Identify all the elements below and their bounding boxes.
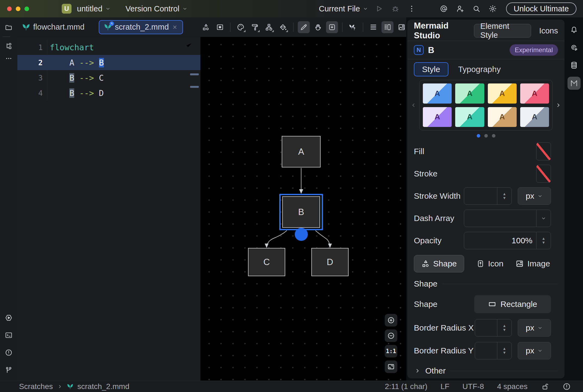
ai-assistant-icon[interactable]: [438, 3, 449, 14]
line-separator[interactable]: LF: [441, 382, 449, 391]
style-preset-swatch[interactable]: A: [488, 107, 517, 127]
database-icon[interactable]: [568, 59, 581, 72]
breadcrumb-file[interactable]: scratch_2.mmd: [77, 382, 129, 391]
zoom-window-button[interactable]: [24, 7, 29, 11]
add-node-button[interactable]: [295, 228, 308, 241]
style-preset-swatch[interactable]: A: [455, 107, 484, 127]
mermaid-m-icon[interactable]: [568, 77, 581, 90]
minimize-window-button[interactable]: [16, 7, 20, 11]
stepper-icon[interactable]: ▲▼: [497, 342, 511, 359]
stepper-icon[interactable]: ▲▼: [497, 319, 511, 336]
more-run-options-button[interactable]: [406, 3, 417, 14]
flowchart-node-d[interactable]: D: [311, 248, 349, 276]
debug-button[interactable]: [390, 3, 401, 14]
vcs-widget[interactable]: Version Control: [126, 4, 188, 13]
flowchart-node-a[interactable]: A: [282, 136, 321, 167]
stepper-icon[interactable]: ▲▼: [537, 232, 551, 249]
style-preset-swatch[interactable]: A: [520, 107, 549, 127]
layout-icon[interactable]: [263, 21, 275, 33]
tab-element-style[interactable]: Element Style: [474, 24, 531, 38]
more-icon[interactable]: [2, 52, 15, 65]
bucket-icon[interactable]: [277, 21, 289, 33]
other-section-toggle[interactable]: Other: [407, 362, 565, 378]
pagination-dot[interactable]: [477, 134, 480, 138]
palette-icon[interactable]: [235, 21, 247, 33]
fit-to-screen-button[interactable]: [385, 360, 397, 373]
zoom-in-button[interactable]: [385, 314, 397, 326]
git-icon[interactable]: [2, 364, 15, 376]
stroke-color-swatch[interactable]: [536, 165, 551, 183]
media-tab-icon[interactable]: Icon: [476, 259, 504, 268]
scrollbar-occurrence-mark[interactable]: [190, 73, 199, 75]
project-switcher[interactable]: untitled: [77, 4, 111, 13]
project-icon[interactable]: U: [62, 4, 72, 14]
fill-color-swatch[interactable]: [536, 142, 551, 160]
style-preset-swatch[interactable]: A: [423, 83, 452, 104]
style-preset-swatch[interactable]: A: [423, 107, 452, 127]
pagination-dot[interactable]: [492, 134, 495, 138]
scrollbar-occurrence-mark[interactable]: [190, 86, 199, 88]
file-encoding[interactable]: UTF-8: [463, 382, 484, 391]
frame-icon[interactable]: [214, 21, 226, 33]
terminal-icon[interactable]: [2, 329, 15, 341]
shape-select-button[interactable]: Rectangle: [474, 295, 551, 313]
stepper-icon[interactable]: ▲▼: [497, 188, 511, 204]
run-button[interactable]: [373, 3, 385, 14]
flowchart-node-b[interactable]: B: [282, 196, 320, 228]
line-number[interactable]: 4: [17, 85, 47, 101]
code-editor[interactable]: 1flowchart2 A --> B3 B --> C4 B --> D: [17, 37, 200, 381]
close-tab-icon[interactable]: [172, 24, 178, 30]
border-radius-y-input[interactable]: ▲▼: [475, 342, 512, 359]
lock-open-icon[interactable]: [541, 382, 549, 391]
code-with-me-icon[interactable]: [454, 3, 466, 14]
tab-flowchart-mmd[interactable]: flowchart.mmd: [17, 20, 89, 34]
pagination-dot[interactable]: [484, 134, 488, 138]
roller-icon[interactable]: [249, 21, 261, 33]
list-icon[interactable]: [367, 21, 379, 33]
split-icon[interactable]: [382, 21, 393, 33]
code-line[interactable]: 3 B --> C: [17, 70, 200, 85]
border-radius-y-unit-select[interactable]: px: [518, 342, 551, 359]
caret-position[interactable]: 2:11 (1 char): [385, 382, 427, 391]
tab-icons[interactable]: Icons: [539, 26, 558, 35]
image-icon[interactable]: [396, 21, 408, 33]
indent-config[interactable]: 4 spaces: [497, 382, 528, 391]
pencil-icon[interactable]: [298, 21, 310, 33]
shapes-icon[interactable]: [200, 21, 212, 33]
code-line[interactable]: 1flowchart: [17, 40, 200, 55]
line-number[interactable]: 3: [17, 70, 47, 85]
line-number[interactable]: 1: [17, 40, 47, 55]
border-radius-x-input[interactable]: ▲▼: [475, 319, 512, 337]
tab-scratch-2-mmd[interactable]: scratch_2.mmd: [99, 20, 183, 34]
stroke-width-unit-select[interactable]: px: [518, 187, 551, 205]
run-icon[interactable]: [2, 312, 15, 324]
code-line[interactable]: 4 B --> D: [17, 85, 200, 101]
media-tab-shape[interactable]: Shape: [414, 255, 464, 272]
run-config-selector[interactable]: Current File: [319, 4, 368, 13]
problems-icon[interactable]: [2, 346, 15, 359]
opacity-input[interactable]: 100% ▲▼: [464, 232, 551, 249]
line-number[interactable]: 2: [17, 55, 47, 70]
code-line[interactable]: 2 A --> B: [17, 55, 200, 70]
style-preset-swatch[interactable]: A: [488, 83, 517, 104]
mermaid-help-icon[interactable]: [347, 21, 359, 33]
unlock-ultimate-button[interactable]: Unlock Ultimate: [506, 2, 576, 15]
folder-icon[interactable]: [2, 21, 15, 34]
tab-style[interactable]: Style: [414, 62, 448, 76]
search-everywhere-icon[interactable]: [471, 3, 482, 14]
dash-array-input[interactable]: [464, 210, 551, 227]
stroke-width-input[interactable]: ▲▼: [464, 187, 512, 205]
style-preset-swatch[interactable]: A: [455, 83, 484, 104]
zoom-out-button[interactable]: [385, 329, 397, 342]
flowchart-node-c[interactable]: C: [248, 248, 285, 276]
error-indicator-icon[interactable]: [562, 382, 571, 391]
carousel-prev-icon[interactable]: [410, 102, 417, 109]
carousel-next-icon[interactable]: [555, 102, 562, 109]
diagram-canvas[interactable]: A B C D 1:1: [200, 37, 406, 381]
structure-icon[interactable]: [2, 40, 15, 52]
settings-gear-icon[interactable]: [487, 3, 498, 14]
close-window-button[interactable]: [7, 7, 12, 11]
style-preset-swatch[interactable]: A: [520, 83, 549, 104]
download-icon[interactable]: [326, 21, 338, 33]
border-radius-x-unit-select[interactable]: px: [518, 319, 551, 337]
